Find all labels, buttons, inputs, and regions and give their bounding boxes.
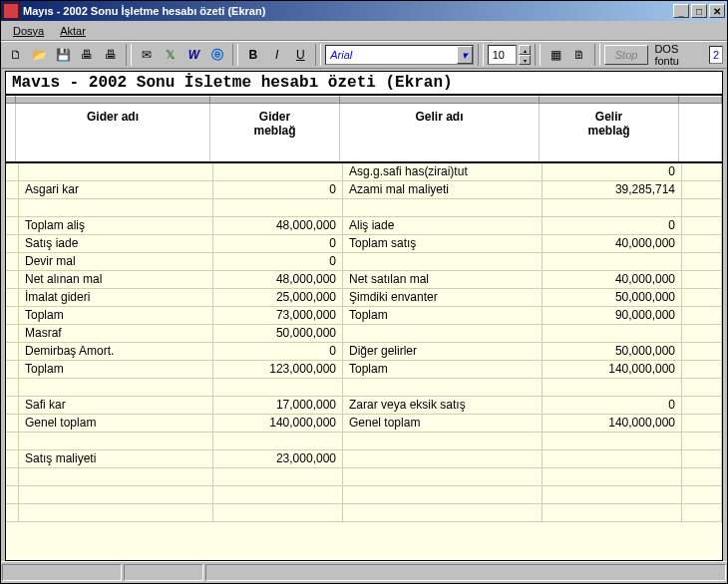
- menu-aktar[interactable]: Aktar: [52, 23, 94, 39]
- table-row[interactable]: Satış maliyeti23,000,000: [6, 450, 722, 468]
- doc-icon[interactable]: 🗎: [568, 44, 590, 66]
- cell-gider-adi: [19, 199, 213, 216]
- table-row[interactable]: [6, 379, 722, 397]
- row-gutter: [6, 397, 19, 414]
- table-row[interactable]: Toplam aliş48,000,000Aliş iade0: [6, 217, 722, 235]
- cell-gelir-meblag: 0: [543, 217, 682, 234]
- cell-gider-meblag: 23,000,000: [213, 450, 343, 467]
- cell-gelir-adi: [343, 325, 543, 342]
- cell-gider-meblag: [213, 468, 343, 485]
- font-name-select[interactable]: Arial ▾: [325, 45, 473, 65]
- dos-font-value[interactable]: 2: [709, 46, 723, 64]
- row-gutter: [6, 468, 19, 485]
- print-icon[interactable]: 🖶: [76, 44, 98, 66]
- cell-gelir-meblag: [543, 253, 682, 270]
- row-gutter: [6, 271, 19, 288]
- table-row[interactable]: Asgari kar0Azami mal maliyeti39,285,714: [6, 181, 722, 199]
- maximize-button[interactable]: □: [691, 4, 707, 18]
- table-row[interactable]: Safi kar17,000,000Zarar veya eksik satış…: [6, 397, 722, 415]
- toolbar-separator: [126, 44, 132, 66]
- minimize-button[interactable]: _: [673, 4, 689, 18]
- document-area: Mavıs - 2002 Sonu İsletme hesabı özeti (…: [5, 71, 723, 561]
- chevron-down-icon[interactable]: ▾: [457, 46, 473, 64]
- cell-gelir-meblag: 140,000,000: [543, 361, 682, 378]
- table-row[interactable]: [6, 504, 722, 522]
- close-button[interactable]: ✕: [709, 4, 725, 18]
- cell-gelir-meblag: 39,285,714: [543, 181, 682, 198]
- grid-icon[interactable]: ▦: [545, 44, 566, 66]
- window-title: Mayıs - 2002 Sonu İşletme hesabı özeti (…: [23, 5, 671, 17]
- print2-icon[interactable]: 🖶: [100, 44, 122, 66]
- cell-gelir-adi: Toplam: [343, 361, 543, 378]
- cell-gelir-adi: [343, 379, 543, 396]
- table-row[interactable]: Satış iade0Toplam satış40,000,000: [6, 235, 722, 253]
- table-row[interactable]: Asg.g.safi has(zirai)tut0: [6, 163, 722, 181]
- cell-gelir-meblag: 0: [543, 397, 682, 414]
- cell-gider-meblag: [213, 163, 343, 180]
- table-row[interactable]: Genel toplam140,000,000Genel toplam140,0…: [6, 415, 722, 433]
- cell-pad: [682, 271, 722, 288]
- column-header-strip: [6, 96, 722, 104]
- mail-icon[interactable]: ✉: [136, 44, 158, 66]
- cell-gelir-adi: [343, 504, 543, 521]
- cell-gider-meblag: [213, 379, 343, 396]
- table-row[interactable]: [6, 486, 722, 504]
- cell-gider-adi: İmalat gideri: [19, 289, 213, 306]
- cell-pad: [682, 343, 722, 360]
- cell-gelir-meblag: [543, 450, 682, 467]
- font-size-spinner[interactable]: ▴▾: [519, 45, 531, 65]
- word-icon[interactable]: W: [182, 44, 204, 66]
- cell-gelir-adi: [343, 486, 543, 503]
- table-row[interactable]: Toplam123,000,000Toplam140,000,000: [6, 361, 722, 379]
- cell-gelir-meblag: 140,000,000: [543, 415, 682, 432]
- cell-pad: [682, 289, 722, 306]
- cell-gelir-adi: Aliş iade: [343, 217, 543, 234]
- table-row[interactable]: Devir mal0: [6, 253, 722, 271]
- font-size-input[interactable]: 10: [488, 45, 518, 65]
- row-gutter: [6, 235, 19, 252]
- menubar: Dosya Aktar: [1, 21, 727, 41]
- underline-icon[interactable]: U: [290, 44, 312, 66]
- open-icon[interactable]: 📂: [29, 44, 51, 66]
- table-row[interactable]: İmalat gideri25,000,000Şimdiki envanter5…: [6, 289, 722, 307]
- cell-gelir-meblag: [543, 433, 682, 449]
- table-row[interactable]: [6, 199, 722, 217]
- italic-icon[interactable]: I: [266, 44, 288, 66]
- window-controls: _ □ ✕: [671, 4, 725, 18]
- menu-dosya[interactable]: Dosya: [5, 23, 52, 39]
- cell-pad: [682, 217, 722, 234]
- cell-gelir-adi: Şimdiki envanter: [343, 289, 543, 306]
- table-row[interactable]: [6, 433, 722, 450]
- row-gutter: [6, 199, 19, 216]
- cell-gider-adi: Toplam: [19, 361, 213, 378]
- row-gutter: [6, 343, 19, 360]
- cell-gider-meblag: 123,000,000: [213, 361, 343, 378]
- table-row[interactable]: Net alınan mal48,000,000Net satılan mal4…: [6, 271, 722, 289]
- status-pane-3: [205, 564, 726, 581]
- cell-gider-adi: [19, 379, 213, 396]
- cell-gider-adi: Masraf: [19, 325, 213, 342]
- excel-icon[interactable]: 𝕏: [160, 44, 182, 66]
- cell-gider-adi: Asgari kar: [19, 181, 213, 198]
- row-gutter: [6, 325, 19, 342]
- column-headers: Gider adı Gider meblağ Gelir adı Gelir m…: [6, 104, 722, 163]
- table-row[interactable]: Masraf50,000,000: [6, 325, 722, 343]
- save-icon[interactable]: 💾: [53, 44, 75, 66]
- cell-gelir-meblag: [543, 325, 682, 342]
- row-gutter: [6, 486, 19, 503]
- cell-gelir-meblag: 0: [543, 163, 682, 180]
- app-window: Mayıs - 2002 Sonu İşletme hesabı özeti (…: [0, 0, 728, 584]
- new-icon[interactable]: 🗋: [5, 44, 27, 66]
- document-title: Mavıs - 2002 Sonu İsletme hesabı özeti (…: [6, 72, 722, 96]
- table-row[interactable]: Toplam73,000,000Toplam90,000,000: [6, 307, 722, 325]
- cell-gider-adi: [19, 433, 213, 449]
- bold-icon[interactable]: B: [242, 44, 264, 66]
- cell-gelir-meblag: 40,000,000: [543, 235, 682, 252]
- stop-button[interactable]: Stop: [604, 45, 649, 65]
- table-row[interactable]: [6, 468, 722, 486]
- data-grid[interactable]: Asg.g.safi has(zirai)tut0Asgari kar0Azam…: [6, 163, 722, 560]
- table-row[interactable]: Demirbaş Amort.0Diğer gelirler50,000,000: [6, 343, 722, 361]
- cell-gider-adi: Satış maliyeti: [19, 450, 213, 467]
- toolbar: 🗋 📂 💾 🖶 🖶 ✉ 𝕏 W ⓔ B I U Arial ▾ 10 ▴▾ ▦ …: [1, 41, 727, 69]
- ie-icon[interactable]: ⓔ: [206, 44, 228, 66]
